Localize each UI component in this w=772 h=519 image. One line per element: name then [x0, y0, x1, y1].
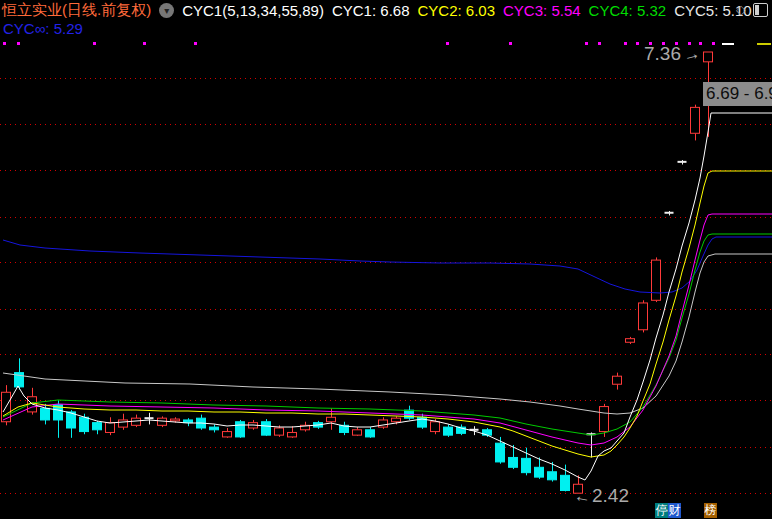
candle-down [184, 420, 193, 423]
candle-down [236, 422, 245, 437]
high-price-annotation: 7.36→ [644, 43, 700, 65]
header-icons: ◇ [736, 2, 768, 17]
candle-down [93, 423, 102, 430]
candle-up [652, 260, 661, 300]
cyc3-value: CYC3: 5.54 [503, 2, 581, 19]
candle-up [353, 430, 362, 435]
cyc1-value: CYC1: 6.68 [332, 2, 410, 19]
diamond-icon[interactable]: ◇ [736, 2, 746, 17]
signal-dot [446, 42, 449, 45]
candle-up [379, 420, 388, 427]
candle-up [327, 417, 336, 421]
cyc2-value: CYC2: 6.03 [417, 2, 495, 19]
chevron-down-icon[interactable]: ▾ [159, 3, 174, 18]
signal-dot [598, 42, 601, 45]
signal-dot [143, 42, 146, 45]
signal-dot [712, 42, 715, 45]
indicator-header: 恒立实业(日线.前复权) ▾ CYC1(5,13,34,55,89) CYC1:… [0, 0, 772, 38]
candle-up [223, 432, 232, 437]
candle-up [392, 418, 401, 422]
candlestick-chart[interactable] [0, 0, 772, 519]
badge-cai[interactable]: 财 [668, 503, 681, 518]
candle-down [509, 457, 518, 467]
candle-down [548, 472, 557, 480]
signal-dot [17, 42, 20, 45]
arrow-left-icon: ← [572, 486, 592, 509]
candle-up [171, 419, 180, 421]
signal-dot [636, 42, 639, 45]
candle-up [275, 428, 284, 435]
split-pane-icon[interactable] [753, 3, 768, 17]
candle-up [704, 52, 713, 62]
candle-down [535, 467, 544, 477]
candle-down [561, 475, 570, 490]
signal-dot [624, 42, 627, 45]
cyc-inf-value: CYC∞: 5.29 [3, 20, 83, 37]
stock-chart-window: 恒立实业(日线.前复权) ▾ CYC1(5,13,34,55,89) CYC1:… [0, 0, 772, 519]
candle-up [431, 422, 440, 432]
candle-up [613, 376, 622, 384]
signal-dot [585, 42, 588, 45]
arrow-right-icon: → [681, 43, 702, 67]
candle-up [639, 303, 648, 330]
candle-down [210, 427, 219, 430]
indicator-formula-label[interactable]: CYC1(5,13,34,55,89) [182, 2, 324, 19]
candle-down [262, 422, 271, 435]
candle-down [366, 430, 375, 437]
candle-down [444, 427, 453, 435]
candle-down [496, 443, 505, 462]
badge-ting[interactable]: 停 [655, 503, 668, 518]
high-price-label: 7.36 [644, 43, 681, 64]
candle-up [288, 432, 297, 436]
price-range-tooltip: 6.69 - 6.9 [703, 82, 772, 106]
signal-dot [509, 42, 512, 45]
candle-up [626, 339, 635, 343]
candle-up [106, 423, 115, 433]
signal-dot [3, 42, 6, 45]
signal-dot [93, 42, 96, 45]
badge-bang[interactable]: 榜 [704, 503, 717, 518]
low-price-annotation: ←2.42 [574, 485, 629, 507]
candle-down [41, 408, 50, 420]
candle-up [600, 407, 609, 432]
low-price-label: 2.42 [592, 485, 629, 506]
candle-down [80, 417, 89, 431]
cyc4-value: CYC4: 5.32 [589, 2, 667, 19]
candle-down [522, 458, 531, 472]
indicator-header-row1: 恒立实业(日线.前复权) ▾ CYC1(5,13,34,55,89) CYC1:… [2, 1, 760, 19]
candle-up [119, 420, 128, 427]
stock-title: 恒立实业(日线.前复权) [2, 1, 151, 20]
candle-up [691, 107, 700, 133]
signal-dot [194, 42, 197, 45]
